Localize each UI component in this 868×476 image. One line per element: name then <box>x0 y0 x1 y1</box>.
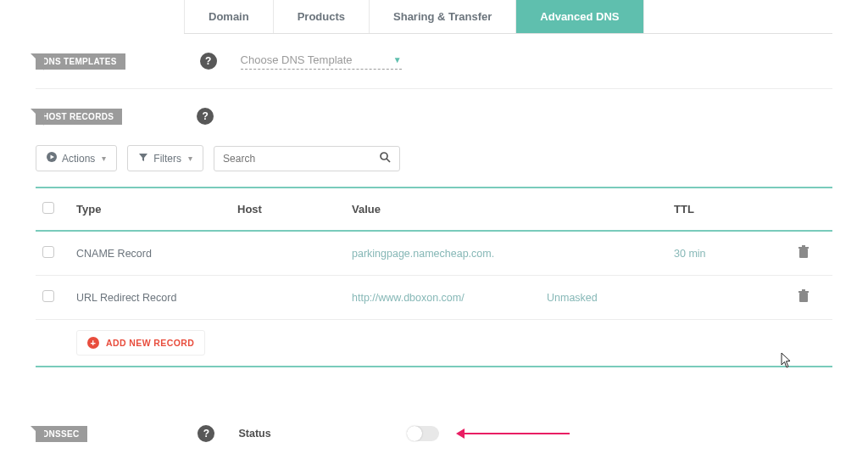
row-checkbox[interactable] <box>42 246 54 258</box>
svg-marker-2 <box>139 154 147 161</box>
col-value: Value <box>352 203 547 216</box>
delete-icon[interactable] <box>798 289 810 305</box>
svg-rect-8 <box>799 293 808 302</box>
actions-button[interactable]: Actions ▾ <box>36 145 117 171</box>
dns-template-select[interactable]: Choose DNS Template ▼ <box>241 53 402 70</box>
filters-label: Filters <box>153 153 181 165</box>
row-checkbox[interactable] <box>42 290 54 302</box>
svg-line-4 <box>387 159 390 162</box>
table-row: URL Redirect Record http://www.dboxon.co… <box>36 276 832 320</box>
col-host: Host <box>237 203 352 216</box>
dns-template-placeholder: Choose DNS Template <box>241 53 353 66</box>
toggle-knob <box>407 426 422 441</box>
col-type: Type <box>76 203 237 216</box>
help-icon[interactable]: ? <box>198 425 214 442</box>
table-row: CNAME Record parkingpage.namecheap.com. … <box>36 232 832 276</box>
chevron-down-icon: ▼ <box>393 55 402 64</box>
tab-advanced-dns[interactable]: Advanced DNS <box>516 0 643 33</box>
tab-domain[interactable]: Domain <box>184 0 274 33</box>
help-icon[interactable]: ? <box>197 108 214 125</box>
add-new-record-button[interactable]: + ADD NEW RECORD <box>76 330 205 356</box>
search-input[interactable] <box>223 153 380 165</box>
chevron-down-icon: ▾ <box>102 154 106 163</box>
record-value[interactable]: parkingpage.namecheap.com. <box>352 248 547 260</box>
filters-button[interactable]: Filters ▾ <box>127 145 203 171</box>
record-type[interactable]: CNAME Record <box>76 248 237 260</box>
record-ttl[interactable]: 30 min <box>674 248 776 260</box>
table-header: Type Host Value TTL <box>36 188 832 232</box>
section-label-dns-templates: DNS TEMPLATES <box>36 53 125 70</box>
record-mask[interactable]: Unmasked <box>547 292 674 304</box>
add-new-record-label: ADD NEW RECORD <box>106 338 194 348</box>
host-records-table: Type Host Value TTL CNAME Record parking… <box>36 187 832 367</box>
svg-rect-9 <box>798 291 809 293</box>
section-label-host-records: HOST RECORDS <box>36 109 122 125</box>
annotation-arrow <box>459 433 570 434</box>
help-icon[interactable]: ? <box>200 53 217 70</box>
col-ttl: TTL <box>674 203 776 216</box>
dnssec-toggle[interactable] <box>407 426 439 441</box>
tab-sharing-transfer[interactable]: Sharing & Transfer <box>370 0 516 33</box>
divider <box>36 88 832 89</box>
record-value[interactable]: http://www.dboxon.com/ <box>352 292 547 304</box>
actions-label: Actions <box>62 153 95 165</box>
search-icon[interactable] <box>380 152 391 165</box>
svg-rect-7 <box>802 245 805 247</box>
select-all-checkbox[interactable] <box>42 202 54 214</box>
search-input-wrap[interactable] <box>214 146 400 171</box>
svg-rect-6 <box>798 247 809 249</box>
section-label-dnssec: DNSSEC <box>36 426 87 442</box>
delete-icon[interactable] <box>798 245 810 261</box>
svg-point-3 <box>381 153 387 160</box>
dnssec-status-label: Status <box>238 428 270 440</box>
svg-rect-10 <box>802 289 805 291</box>
chevron-down-icon: ▾ <box>188 154 192 163</box>
plus-icon: + <box>87 337 99 349</box>
record-type[interactable]: URL Redirect Record <box>76 292 237 304</box>
svg-rect-5 <box>799 249 808 258</box>
play-icon <box>47 152 57 165</box>
tab-products[interactable]: Products <box>274 0 370 33</box>
filter-icon <box>138 152 148 165</box>
